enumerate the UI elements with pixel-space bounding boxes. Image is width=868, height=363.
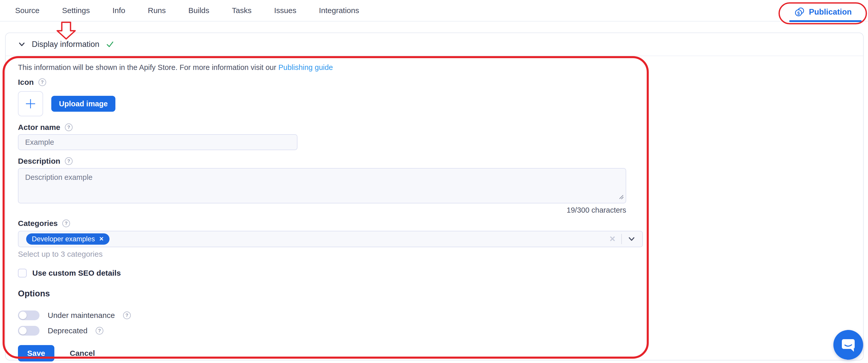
deprecated-row: Deprecated ? xyxy=(18,325,851,336)
deprecated-label: Deprecated xyxy=(48,326,88,335)
category-tag-remove-icon[interactable]: ✕ xyxy=(99,236,103,242)
actor-name-help-icon[interactable]: ? xyxy=(65,124,72,131)
section-header-display-information[interactable]: Display information xyxy=(6,33,863,56)
deprecated-toggle[interactable] xyxy=(18,326,39,336)
description-label: Description xyxy=(18,157,60,165)
cancel-button[interactable]: Cancel xyxy=(70,349,95,358)
description-textarea-wrap xyxy=(18,168,626,203)
tab-settings[interactable]: Settings xyxy=(62,6,90,15)
description-label-row: Description ? xyxy=(18,157,851,165)
deprecated-help-icon[interactable]: ? xyxy=(96,327,103,335)
seo-checkbox-label[interactable]: Use custom SEO details xyxy=(32,269,121,277)
categories-label-row: Categories ? xyxy=(18,219,851,228)
actor-name-input[interactable] xyxy=(18,134,298,150)
tab-integrations[interactable]: Integrations xyxy=(319,6,359,15)
icon-upload-row: Upload image xyxy=(18,91,851,116)
categories-help-icon[interactable]: ? xyxy=(62,220,70,227)
actions-row: Save Cancel xyxy=(18,345,851,361)
under-maintenance-label: Under maintenance xyxy=(48,311,115,320)
nav-divider xyxy=(0,21,868,22)
description-textarea[interactable] xyxy=(18,168,626,203)
description-help-icon[interactable]: ? xyxy=(65,157,72,165)
icon-help-icon[interactable]: ? xyxy=(38,78,46,86)
toggle-knob xyxy=(19,327,27,335)
chat-icon xyxy=(841,337,856,352)
display-information-form: This information will be shown in the Ap… xyxy=(6,56,863,361)
toggle-knob xyxy=(19,311,27,319)
seo-checkbox-row[interactable]: Use custom SEO details xyxy=(18,269,851,277)
publishing-guide-link[interactable]: Publishing guide xyxy=(278,63,333,71)
under-maintenance-row: Under maintenance ? xyxy=(18,310,851,321)
seo-checkbox[interactable] xyxy=(18,269,27,277)
select-controls: ✕ xyxy=(609,234,642,244)
save-button[interactable]: Save xyxy=(18,345,54,361)
tab-runs[interactable]: Runs xyxy=(148,6,166,15)
success-check-icon xyxy=(106,40,114,49)
categories-hint: Select up to 3 categories xyxy=(18,250,851,259)
select-chevron-down-icon[interactable] xyxy=(627,235,636,243)
coin-dollar-icon: $ xyxy=(795,7,805,17)
categories-multiselect[interactable]: Developer examples ✕ ✕ xyxy=(18,231,643,247)
plus-icon xyxy=(24,98,37,110)
upload-image-button[interactable]: Upload image xyxy=(51,96,115,112)
clear-selection-icon[interactable]: ✕ xyxy=(609,235,616,243)
intro-text: This information will be shown in the Ap… xyxy=(18,63,851,72)
tab-source[interactable]: Source xyxy=(15,6,39,15)
actor-name-label-row: Actor name ? xyxy=(18,123,851,132)
category-tag-label: Developer examples xyxy=(32,235,95,243)
tab-info[interactable]: Info xyxy=(112,6,125,15)
categories-label: Categories xyxy=(18,219,58,228)
tab-publication[interactable]: $ Publication xyxy=(785,4,862,20)
icon-field-label-row: Icon ? xyxy=(18,78,851,87)
active-tab-indicator xyxy=(789,20,862,22)
select-divider xyxy=(621,234,622,244)
options-heading: Options xyxy=(18,289,851,298)
section-title: Display information xyxy=(32,40,99,49)
tab-publication-label: Publication xyxy=(809,7,851,16)
intro-text-span: This information will be shown in the Ap… xyxy=(18,63,278,71)
actor-name-label: Actor name xyxy=(18,123,60,132)
chevron-down-icon[interactable] xyxy=(18,40,26,48)
tab-builds[interactable]: Builds xyxy=(188,6,210,15)
svg-text:$: $ xyxy=(797,11,800,16)
icon-field-label: Icon xyxy=(18,78,34,87)
under-maintenance-help-icon[interactable]: ? xyxy=(123,311,131,319)
tab-issues[interactable]: Issues xyxy=(274,6,297,15)
character-counter: 19/300 characters xyxy=(18,206,626,214)
category-tag: Developer examples ✕ xyxy=(26,233,110,245)
top-nav: Source Settings Info Runs Builds Tasks I… xyxy=(0,0,868,21)
tab-tasks[interactable]: Tasks xyxy=(232,6,252,15)
chat-launcher-button[interactable] xyxy=(833,330,863,360)
under-maintenance-toggle[interactable] xyxy=(18,310,39,320)
display-information-panel: Display information This information wil… xyxy=(5,33,864,360)
icon-upload-dropzone[interactable] xyxy=(18,91,43,116)
